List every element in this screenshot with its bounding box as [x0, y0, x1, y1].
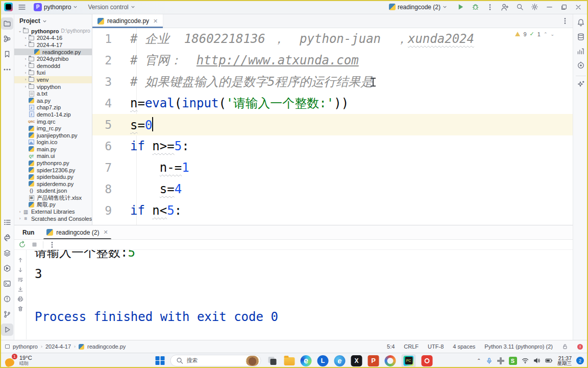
tree-item-a.txt[interactable]: a.txt [14, 90, 92, 97]
sogou-input-icon[interactable]: S [509, 357, 517, 365]
tree-chevron-icon[interactable]: ⌄ [23, 42, 28, 47]
tree-item-venv[interactable]: ›venv [14, 76, 92, 83]
code-analysis-widget[interactable]: 9 ✓ 1 ⌃ ⌄ [515, 31, 554, 37]
python-packages-icon[interactable] [1, 232, 13, 244]
code-line-1[interactable]: 1# 企业 18602218136 ， python-juan ，xunda20… [92, 28, 573, 50]
tree-item-pythonpro[interactable]: ⌄pythonproD:\pythonpro [14, 28, 92, 35]
project-folder-icon[interactable] [1, 17, 13, 30]
code-area[interactable]: 1# 企业 18602218136 ， python-juan ，xunda20… [92, 28, 573, 225]
tree-chevron-icon[interactable]: › [23, 36, 28, 40]
code-line-7[interactable]: 7 n-=1 [92, 157, 573, 178]
close-button[interactable] [575, 4, 582, 11]
notifications-bell-icon[interactable] [575, 16, 587, 29]
minimize-button[interactable] [546, 3, 553, 11]
tree-item-main.ui[interactable]: QTmain.ui [14, 153, 92, 160]
run-tool-icon[interactable] [1, 324, 13, 336]
structure-icon[interactable] [1, 33, 13, 45]
python-console-icon[interactable] [1, 262, 13, 274]
tree-item-student.json[interactable]: {}student.json [14, 188, 92, 195]
main-menu-icon[interactable] [18, 3, 26, 11]
coverage-chart-icon[interactable] [575, 45, 587, 57]
run-console[interactable]: 请输入一个整数:53 Process finished with exit co… [14, 250, 588, 339]
bookmarks-icon[interactable] [1, 48, 13, 60]
taskbar-app-ring-browser[interactable] [385, 355, 396, 366]
tree-chevron-icon[interactable]: ⌄ [17, 29, 22, 33]
tree-chevron-icon[interactable]: › [23, 57, 28, 61]
tree-item-login.ico[interactable]: login.ico [14, 139, 92, 146]
python-interpreter[interactable]: Python 3.11 (pythonpro) (2) [484, 343, 553, 350]
console-options-icon[interactable] [48, 241, 56, 248]
tree-item-main.py[interactable]: main.py [14, 146, 92, 153]
input-method-icon[interactable] [497, 357, 504, 364]
todo-icon[interactable] [1, 216, 13, 228]
tab-readingcode-py[interactable]: readingcode.py ✕ [92, 14, 163, 28]
tree-chevron-icon[interactable]: › [17, 216, 22, 221]
tree-item-img.qrc[interactable]: QRCimg.qrc [14, 118, 92, 125]
next-problem-icon[interactable]: ⌄ [550, 32, 554, 37]
code-line-8[interactable]: 8 s=4 [92, 178, 573, 200]
tree-item-spiderdemo.py[interactable]: spiderdemo.py [14, 180, 92, 188]
tree-chevron-icon[interactable]: › [17, 210, 22, 214]
caret-position[interactable]: 5:4 [387, 343, 395, 350]
tree-item-2024dyzhibo[interactable]: ›2024dyzhibo [14, 55, 92, 62]
scroll-to-end-icon[interactable] [17, 286, 23, 292]
tree-item-2024-4-17[interactable]: ⌄2024-4-17 [14, 41, 92, 49]
search-highlight-image[interactable] [246, 356, 259, 366]
run-configuration-selector[interactable]: readingcode (2) [386, 2, 450, 12]
code-line-5[interactable]: 5s=0 [92, 114, 573, 135]
project-widget[interactable]: P pythonpro [31, 2, 80, 13]
taskbar-app-red-o-app[interactable] [422, 355, 433, 366]
code-with-me-icon[interactable] [501, 3, 509, 11]
tab-close-icon[interactable]: ✕ [153, 18, 158, 25]
more-actions-icon[interactable] [486, 4, 494, 11]
battery-icon[interactable] [545, 358, 553, 363]
code-line-6[interactable]: 6if n>=5: [92, 135, 573, 157]
tree-item-spiderbaidu.py[interactable]: spiderbaidu.py [14, 173, 92, 180]
notification-error-icon[interactable]: ! [577, 344, 583, 350]
clear-console-icon[interactable] [17, 306, 23, 312]
prev-problem-icon[interactable]: ⌃ [544, 32, 548, 37]
file-encoding[interactable]: UTF-8 [428, 343, 444, 350]
problems-icon[interactable] [1, 293, 13, 305]
debug-button[interactable] [472, 3, 479, 11]
weather-widget[interactable]: 1 19°C 晴朗 [0, 355, 102, 366]
console-output[interactable]: 请输入一个整数:53 Process finished with exit co… [27, 250, 588, 339]
volume-icon[interactable] [533, 357, 541, 364]
tree-item-juanjiepython.py[interactable]: juanjiepython.py [14, 132, 92, 139]
wifi-icon[interactable] [522, 358, 529, 364]
code-line-3[interactable]: 3# 如果键盘输入的是数字5程序的运行结果是 [92, 71, 573, 93]
console-down-icon[interactable] [17, 267, 23, 273]
rerun-button[interactable] [18, 241, 26, 248]
tree-item-pythonpro.py[interactable]: pythonpro.py [14, 159, 92, 167]
run-button[interactable] [457, 3, 464, 11]
tree-item-fuxi[interactable]: ›fuxi [14, 70, 92, 77]
maximize-button[interactable] [560, 4, 568, 11]
stop-button[interactable] [31, 241, 38, 248]
notification-count-badge[interactable]: 2 [576, 357, 584, 364]
run-tab-close-icon[interactable]: ✕ [103, 229, 108, 236]
taskbar-app-edge[interactable]: e [301, 355, 312, 366]
breadcrumb-item[interactable]: pythonpro [13, 343, 38, 350]
taskbar-app-pycharm[interactable] [402, 354, 416, 367]
tree-item--.py[interactable]: 爬取.py [14, 201, 92, 209]
breadcrumb[interactable]: pythonpro›2024-4-17›readingcode.py [5, 343, 126, 350]
taskbar-app-browser-e[interactable]: e [334, 355, 346, 366]
code-line-2[interactable]: 2# 官网： http://www.atxunda.com [92, 50, 573, 71]
tab-options-icon[interactable] [561, 17, 569, 25]
history-icon[interactable] [575, 59, 587, 72]
ai-assistant-icon[interactable] [575, 78, 587, 90]
more-tools-icon[interactable] [1, 63, 13, 76]
tree-item-spider12306.py[interactable]: spider12306.py [14, 167, 92, 174]
breadcrumb-item[interactable]: readingcode.py [87, 343, 126, 350]
code-line-4[interactable]: 4n=eval(input('请输入一个整数:')) [92, 93, 573, 114]
run-tab-readingcode-2[interactable]: readingcode (2) ✕ [41, 225, 113, 239]
readonly-lock-icon[interactable] [562, 343, 568, 350]
taskbar-app-blue-l-app[interactable]: L [317, 355, 329, 366]
terminal-icon[interactable] [1, 278, 13, 290]
taskbar-app-task-view[interactable] [267, 355, 278, 366]
services-icon[interactable] [1, 247, 13, 259]
start-button[interactable] [156, 356, 165, 365]
taskbar-app-powerpoint[interactable]: P [368, 355, 379, 366]
chevron-down-icon[interactable] [42, 19, 47, 24]
settings-gear-icon[interactable] [531, 3, 538, 11]
